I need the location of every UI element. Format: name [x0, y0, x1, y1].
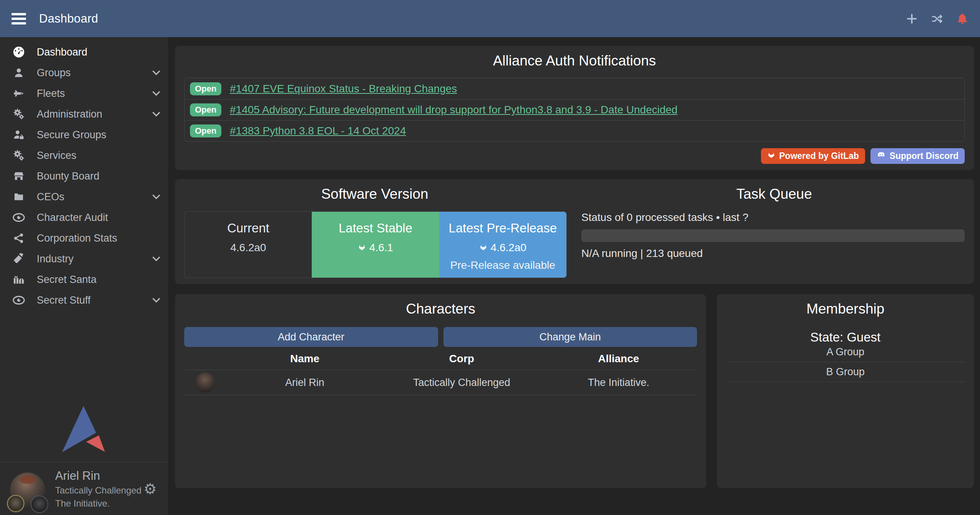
notifications-title: Alliance Auth Notifications [175, 53, 974, 69]
character-avatar [195, 373, 215, 392]
version-cell-latest-stable: Latest Stable 4.6.1 [312, 212, 439, 278]
notifications-bell-icon[interactable] [955, 12, 969, 26]
task-queue-status: Status of 0 processed tasks • last ? [581, 211, 748, 224]
user-name: Ariel Rin [55, 469, 144, 483]
task-queue-column: Task Queue Status of 0 processed tasks •… [574, 179, 974, 284]
add-icon[interactable] [905, 12, 919, 26]
settings-gear-icon[interactable]: ⚙ [144, 481, 157, 497]
corp-logo-avatar [7, 495, 25, 512]
membership-panel: Membership State: Guest A Group B Group [717, 294, 974, 488]
version-cell-label: Latest Stable [312, 221, 439, 235]
avatar [9, 468, 47, 510]
status-badge: Open [190, 124, 221, 137]
sidebar-item-label: Fleets [37, 88, 65, 100]
chevron-down-icon [152, 256, 160, 262]
version-cell-label: Latest Pre-Release [439, 221, 566, 235]
sidebar-item-fleets[interactable]: Fleets [0, 83, 168, 104]
sidebar-item-groups[interactable]: Groups [0, 62, 168, 83]
sidebar-item-label: Character Audit [37, 212, 108, 224]
support-discord-badge[interactable]: Support Discord [870, 148, 965, 164]
hamburger-menu-icon[interactable] [11, 11, 26, 27]
characters-panel: Characters Add Character Change Main Nam… [175, 294, 706, 488]
sidebar-item-label: Industry [37, 253, 74, 265]
top-navbar: Dashboard [0, 0, 980, 37]
character-corp-cell: Tactically Challenged [383, 377, 540, 389]
shuffle-icon[interactable] [930, 12, 944, 26]
notification-link[interactable]: #1407 EVE Equinox Status - Breaking Chan… [230, 83, 457, 95]
user-icon [10, 67, 28, 78]
version-number: 4.6.2a0 [230, 242, 266, 254]
column-header-corp: Corp [383, 353, 540, 365]
list-item: A Group [726, 342, 965, 362]
user-alliance: The Initiative. [55, 498, 144, 509]
discord-icon [877, 151, 886, 161]
column-header-alliance: Alliance [540, 353, 697, 365]
store-icon [10, 170, 28, 182]
spaceship-icon [10, 88, 28, 99]
share-icon [10, 232, 28, 244]
alliance-auth-logo [0, 405, 168, 453]
sidebar-item-corporation-stats[interactable]: Corporation Stats [0, 228, 168, 249]
sidebar-item-character-audit[interactable]: Character Audit [0, 207, 168, 228]
powered-by-gitlab-badge[interactable]: Powered by GitLab [761, 148, 865, 164]
sidebar-item-services[interactable]: Services [0, 145, 168, 166]
column-header-name: Name [226, 353, 383, 365]
task-queue-progressbar [581, 229, 965, 242]
chevron-down-icon [152, 70, 160, 75]
software-taskqueue-panel: Software Version Current 4.6.2a0 Latest … [175, 179, 974, 284]
sidebar-item-label: Groups [37, 67, 71, 79]
gears-icon [10, 149, 28, 162]
notification-item: Open #1383 Python 3.8 EOL - 14 Oct 2024 [185, 120, 964, 141]
badge-label: Powered by GitLab [779, 151, 859, 161]
change-main-button[interactable]: Change Main [443, 327, 697, 347]
sidebar-item-label: Administration [37, 108, 102, 120]
membership-title: Membership [717, 301, 974, 317]
hammer-icon [10, 253, 28, 265]
characters-table-header: Name Corp Alliance [184, 348, 697, 370]
alliance-logo-avatar [31, 495, 48, 513]
version-number: 4.6.1 [369, 242, 393, 254]
notification-item: Open #1405 Advisory: Future development … [185, 99, 964, 120]
version-note: Pre-Release available [439, 259, 566, 271]
notification-link[interactable]: #1405 Advisory: Future development will … [230, 104, 677, 116]
status-badge: Open [190, 103, 221, 116]
folder-icon [10, 191, 28, 202]
list-item: B Group [726, 362, 965, 382]
user-lock-icon [10, 129, 28, 141]
sidebar-item-label: Bounty Board [37, 170, 100, 182]
sidebar-item-label: Dashboard [37, 46, 87, 58]
eye-icon [10, 295, 28, 305]
add-character-button[interactable]: Add Character [184, 327, 438, 347]
sidebar-item-dashboard[interactable]: Dashboard [0, 42, 168, 62]
gears-icon [10, 108, 28, 121]
software-version-title: Software Version [175, 186, 574, 202]
gitlab-icon [358, 242, 366, 254]
user-panel: Ariel Rin Tactically Challenged The Init… [0, 463, 168, 515]
sidebar-item-administration[interactable]: Administration [0, 104, 168, 124]
sidebar-item-label: CEOs [37, 191, 64, 203]
sidebar-item-industry[interactable]: Industry [0, 249, 168, 269]
notification-link[interactable]: #1383 Python 3.8 EOL - 14 Oct 2024 [230, 125, 406, 137]
sidebar-item-label: Secret Stuff [37, 294, 91, 306]
page-title: Dashboard [39, 12, 98, 26]
sidebar: Dashboard Groups Fleets Administra [0, 37, 168, 515]
version-cell-label: Current [185, 221, 312, 235]
task-queue-counts: N/A running | 213 queued [581, 247, 703, 260]
sidebar-item-secret-santa[interactable]: Secret Santa [0, 269, 168, 290]
software-version-column: Software Version Current 4.6.2a0 Latest … [175, 179, 574, 284]
sidebar-item-label: Secure Groups [37, 129, 106, 141]
badge-label: Support Discord [890, 151, 959, 161]
version-number: 4.6.2a0 [491, 242, 526, 254]
gitlab-icon [767, 151, 775, 161]
version-cells: Current 4.6.2a0 Latest Stable 4.6.1 Late… [184, 211, 567, 278]
gauge-icon [10, 46, 28, 59]
chevron-down-icon [152, 91, 160, 96]
chevron-down-icon [152, 111, 160, 117]
sidebar-item-bounty-board[interactable]: Bounty Board [0, 166, 168, 186]
sidebar-item-secure-groups[interactable]: Secure Groups [0, 124, 168, 145]
sidebar-item-ceos[interactable]: CEOs [0, 186, 168, 207]
gitlab-icon [479, 242, 488, 254]
sidebar-item-label: Corporation Stats [37, 232, 117, 244]
user-corporation: Tactically Challenged [55, 485, 144, 496]
sidebar-item-secret-stuff[interactable]: Secret Stuff [0, 290, 168, 311]
